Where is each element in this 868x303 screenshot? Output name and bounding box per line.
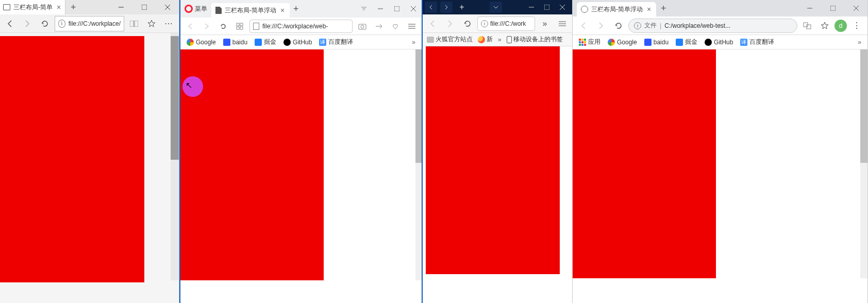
minimize-button[interactable]	[524, 1, 539, 13]
bookmark-google[interactable]: Google	[608, 39, 637, 46]
bookmark-baidufanyi[interactable]: 译百度翻译	[740, 38, 774, 46]
firefox-icon	[478, 36, 485, 43]
bookmark-xin[interactable]: 新	[478, 35, 493, 44]
chrome-active-tab[interactable]: 三栏布局-简单浮动 ×	[577, 2, 656, 16]
reading-view-button[interactable]	[126, 16, 142, 31]
google-icon	[608, 39, 615, 46]
tab-dropdown-button[interactable]	[490, 2, 502, 13]
overflow-button[interactable]: »	[537, 16, 553, 31]
page-icon	[3, 4, 10, 10]
close-button[interactable]	[156, 0, 179, 14]
svg-rect-13	[237, 23, 239, 26]
back-button[interactable]	[183, 20, 197, 33]
url-input[interactable]: i 文件 | C:/workplace/web-test...	[628, 19, 797, 33]
firefox-address-bar: i file:///C:/work »	[423, 14, 572, 33]
tab-menu-button[interactable]	[356, 2, 372, 16]
google-icon	[187, 39, 194, 46]
translate-button[interactable]	[799, 18, 815, 33]
opera-active-tab[interactable]: 三栏布局-简单浮动 ×	[211, 3, 290, 18]
forward-button[interactable]	[200, 20, 213, 33]
github-icon	[705, 39, 712, 46]
bookmarks-overflow[interactable]: »	[498, 36, 502, 43]
url-input[interactable]: file:///C:/workplace/web-	[249, 20, 353, 33]
refresh-button[interactable]	[216, 20, 230, 33]
folder-icon	[427, 37, 434, 43]
scrollbar-thumb[interactable]	[171, 36, 179, 160]
close-icon[interactable]: ×	[56, 3, 62, 11]
menu-button[interactable]: ⋮	[849, 18, 864, 33]
more-button[interactable]: ⋯	[161, 16, 177, 31]
maximize-button[interactable]	[821, 1, 844, 15]
close-button[interactable]	[555, 1, 570, 13]
new-tab-button[interactable]: +	[65, 0, 81, 14]
maximize-button[interactable]	[389, 2, 405, 16]
document-icon	[215, 7, 222, 14]
back-button[interactable]	[425, 16, 440, 31]
back-button[interactable]	[2, 16, 18, 31]
bookmark-mobile[interactable]: 移动设备上的书签	[507, 35, 563, 44]
forward-button[interactable]	[442, 16, 458, 31]
bookmark-baidufanyi[interactable]: 译百度翻译	[319, 38, 353, 46]
bookmark-apps[interactable]: 应用	[579, 38, 600, 46]
menu-button[interactable]	[555, 16, 570, 31]
close-icon[interactable]: ×	[646, 5, 652, 13]
minimize-button[interactable]	[798, 1, 821, 15]
info-icon: i	[481, 20, 488, 27]
edge-browser: 三栏布局-简单 × + i file:///C:/workplace/ ⋯	[0, 0, 179, 303]
edge-active-tab[interactable]: 三栏布局-简单 ×	[0, 0, 65, 14]
bookmark-baidu[interactable]: baidu	[644, 39, 669, 46]
opera-logo-icon	[185, 5, 193, 13]
minimize-button[interactable]	[372, 2, 389, 16]
chrome-browser: 三栏布局-简单浮动 × + i 文件 | C:/workplace/web-te…	[573, 0, 868, 303]
scrollbar-thumb[interactable]	[860, 49, 867, 163]
bookmark-juejin[interactable]: 掘金	[676, 38, 697, 46]
close-button[interactable]	[844, 1, 867, 15]
minimize-button[interactable]	[109, 0, 132, 14]
maximize-button[interactable]	[132, 0, 156, 14]
send-button[interactable]	[372, 20, 386, 33]
refresh-button[interactable]	[611, 18, 626, 33]
new-tab-button[interactable]: +	[456, 2, 468, 13]
scrollbar-thumb[interactable]	[415, 49, 422, 163]
refresh-button[interactable]	[37, 16, 53, 31]
url-prefix: 文件	[644, 21, 657, 30]
url-input[interactable]: i file:///C:/work	[477, 16, 535, 31]
tab-left-button[interactable]	[425, 2, 437, 13]
close-button[interactable]	[405, 2, 422, 16]
opera-menu-button[interactable]: 菜单	[180, 0, 211, 18]
github-icon	[283, 39, 291, 46]
back-button[interactable]	[576, 18, 591, 33]
red-layout-box	[573, 49, 716, 278]
bookmark-baidu[interactable]: baidu	[223, 39, 247, 46]
close-icon[interactable]: ×	[279, 6, 286, 14]
tab-right-button[interactable]	[440, 2, 453, 13]
menu-label: 菜单	[195, 5, 207, 13]
url-text: C:/workplace/web-test...	[664, 22, 730, 29]
bookmark-google[interactable]: Google	[187, 39, 216, 46]
firefox-content	[423, 46, 572, 303]
bookmarks-overflow[interactable]: »	[858, 39, 861, 46]
forward-button[interactable]	[593, 18, 609, 33]
new-tab-button[interactable]: +	[656, 1, 671, 15]
bookmark-official[interactable]: 火狐官方站点	[427, 35, 473, 44]
maximize-button[interactable]	[539, 1, 555, 13]
speed-dial-button[interactable]	[233, 20, 246, 33]
favorite-button[interactable]	[144, 16, 159, 31]
forward-button[interactable]	[20, 16, 35, 31]
bookmarks-overflow[interactable]: »	[412, 39, 415, 46]
url-input[interactable]: i file:///C:/workplace/	[55, 16, 124, 31]
favorite-button[interactable]	[817, 18, 832, 33]
easy-setup-button[interactable]	[405, 20, 419, 33]
info-icon: i	[634, 22, 641, 29]
bookmark-heart-button[interactable]	[389, 20, 402, 33]
url-text: file:///C:/work	[490, 20, 526, 27]
tab-title: 三栏布局-简单浮动	[591, 5, 643, 14]
red-layout-box	[0, 36, 144, 282]
bookmark-github[interactable]: GitHub	[705, 39, 733, 46]
new-tab-button[interactable]: +	[290, 3, 302, 15]
profile-avatar[interactable]: d	[834, 20, 847, 32]
refresh-button[interactable]	[460, 16, 475, 31]
bookmark-juejin[interactable]: 掘金	[255, 38, 276, 46]
snapshot-button[interactable]	[356, 20, 369, 33]
bookmark-github[interactable]: GitHub	[283, 39, 312, 46]
